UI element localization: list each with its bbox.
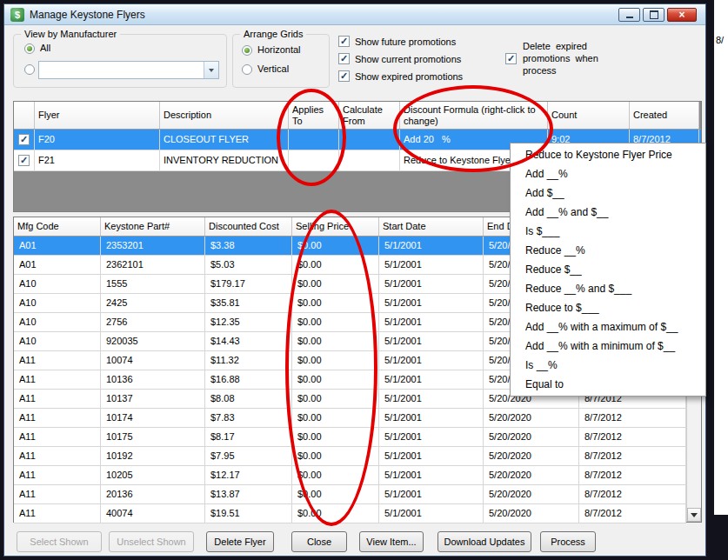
item-end-date: 5/20/2020 [484,428,579,447]
context-menu-item[interactable]: Is $___ [511,222,705,241]
item-selling-price: $0.00 [292,237,379,256]
context-menu-item[interactable]: Add __% with a minimum of $__ [511,337,705,356]
item-selling-price: $0.00 [292,504,379,523]
item-start-date: 5/1/2001 [379,504,484,523]
item-selling-price: $0.00 [292,466,379,485]
flyer-f21-checkbox-cell [14,150,35,171]
item-part-number: 10136 [101,370,205,390]
item-row[interactable]: A11 10192 $7.95 $0.00 5/1/2001 5/20/2020… [14,447,686,466]
delete-expired-label-line3: process [523,65,557,76]
discounted-cost-column-header[interactable]: Discounted Cost [205,217,292,236]
item-part-number: 2353201 [101,237,205,256]
item-selling-price: $0.00 [292,485,379,504]
window-title: Manage Keystone Flyers [30,9,145,21]
item-row[interactable]: A11 10205 $12.17 $0.00 5/1/2001 5/20/202… [14,466,686,485]
item-row[interactable]: A11 40074 $19.51 $0.00 5/1/2001 5/20/202… [14,504,686,523]
download-updates-button[interactable]: Download Updates [437,531,531,552]
delete-expired-promotions-checkbox[interactable] [505,53,517,64]
radio-vertical[interactable] [242,64,252,75]
context-menu-item[interactable]: Reduce __% and $___ [511,279,705,298]
item-discounted-cost: $14.43 [205,332,292,351]
item-start-date: 5/1/2001 [379,313,484,332]
item-created-date: 8/7/2012 [579,504,686,523]
item-end-date: 5/20/2020 [484,409,579,428]
mfg-code-column-header[interactable]: Mfg Code [14,217,101,236]
chevron-down-icon[interactable] [204,62,218,78]
context-menu-item[interactable]: Add __% [511,164,705,183]
item-part-number: 1555 [101,275,205,294]
item-start-date: 5/1/2001 [379,390,484,409]
caption-buttons: × [618,8,697,22]
item-selling-price: $0.00 [292,409,379,428]
maximize-button[interactable] [643,8,665,22]
item-mfg-code: A11 [14,370,101,390]
item-start-date: 5/1/2001 [379,485,484,504]
unselect-shown-button[interactable]: Unselect Shown [109,531,194,552]
scroll-down-icon[interactable] [687,508,701,522]
item-selling-price: $0.00 [292,351,379,370]
flyer-f20-checkbox-cell [14,130,35,150]
radio-all-manufacturers[interactable] [24,43,35,54]
context-menu-item[interactable]: Add __% with a maximum of $__ [511,317,705,337]
item-selling-price: $0.00 [292,332,379,351]
discount-formula-column-header[interactable]: Discount Formula (right-click tochange) [400,102,548,129]
flyer-column-header[interactable]: Flyer [35,102,160,129]
flyer-f20-description: CLOSEOUT FLYER [160,130,289,150]
item-discounted-cost: $11.32 [205,351,292,370]
context-menu-item[interactable]: Add $__ [511,183,705,203]
item-mfg-code: A11 [14,447,101,466]
item-start-date: 5/1/2001 [379,409,484,428]
item-row[interactable]: A11 20136 $13.87 $0.00 5/1/2001 5/20/202… [14,485,686,504]
context-menu-item[interactable]: Is __% [511,356,705,375]
item-start-date: 5/1/2001 [379,466,484,485]
item-mfg-code: A11 [14,351,101,370]
context-menu-item[interactable]: Reduce __% [511,241,705,260]
item-end-date: 5/20/2020 [484,504,579,523]
description-column-header[interactable]: Description [160,102,289,129]
show-expired-promotions-checkbox[interactable] [338,70,350,82]
process-button[interactable]: Process [540,531,596,552]
close-window-button[interactable]: × [667,8,697,22]
flyer-f21-description: INVENTORY REDUCTION [160,150,289,171]
delete-flyer-button[interactable]: Delete Flyer [206,531,274,552]
context-menu-item[interactable]: Add __% and $__ [511,203,705,222]
select-shown-button[interactable]: Select Shown [17,531,102,552]
calculate-from-column-header[interactable]: CalculateFrom [339,102,400,129]
context-menu-item[interactable]: Reduce $__ [511,260,705,279]
start-date-column-header[interactable]: Start Date [379,217,484,236]
show-expired-promotions-label: Show expired promotions [355,71,463,82]
flyer-f21-code: F21 [35,150,160,171]
show-future-promotions-checkbox[interactable] [338,36,350,47]
arrange-grids-label: Arrange Grids [240,29,306,39]
flyer-checkbox-column-header[interactable] [14,102,35,129]
context-menu-item[interactable]: Reduce to $___ [511,298,705,317]
close-button[interactable]: Close [291,531,347,552]
view-item-button[interactable]: View Item... [359,531,424,552]
show-current-promotions-label: Show current promotions [355,54,461,64]
title-bar[interactable]: $ Manage Keystone Flyers × [4,4,705,25]
item-mfg-code: A11 [14,504,101,523]
context-menu-item[interactable]: Reduce to Keystone Flyer Price [511,145,705,164]
selling-price-column-header[interactable]: Selling Price [292,217,379,236]
item-row[interactable]: A11 10175 $8.17 $0.00 5/1/2001 5/20/2020… [14,428,686,447]
radio-vertical-label: Vertical [257,63,289,74]
item-row[interactable]: A11 10174 $7.83 $0.00 5/1/2001 5/20/2020… [14,409,686,428]
radio-all-label: All [40,43,50,53]
flyers-grid-header: Flyer Description AppliesTo CalculateFro… [14,102,701,130]
flyer-f21-checkbox[interactable] [18,155,30,166]
item-created-date: 8/7/2012 [579,428,686,447]
flyer-f20-checkbox[interactable] [18,134,30,145]
show-current-promotions-checkbox[interactable] [338,53,350,64]
count-column-header[interactable]: Count [548,102,630,129]
minimize-button[interactable] [618,8,640,22]
manufacturer-combobox[interactable] [38,61,219,79]
item-discounted-cost: $3.38 [205,237,292,256]
context-menu-item[interactable]: Equal to [511,375,705,394]
item-mfg-code: A10 [14,275,101,294]
keystone-part-column-header[interactable]: Keystone Part# [101,217,205,236]
applies-to-column-header[interactable]: AppliesTo [289,102,339,129]
item-discounted-cost: $8.08 [205,390,292,409]
radio-horizontal[interactable] [242,45,252,56]
created-column-header[interactable]: Created [630,102,699,129]
radio-specific-manufacturer[interactable] [24,64,35,75]
